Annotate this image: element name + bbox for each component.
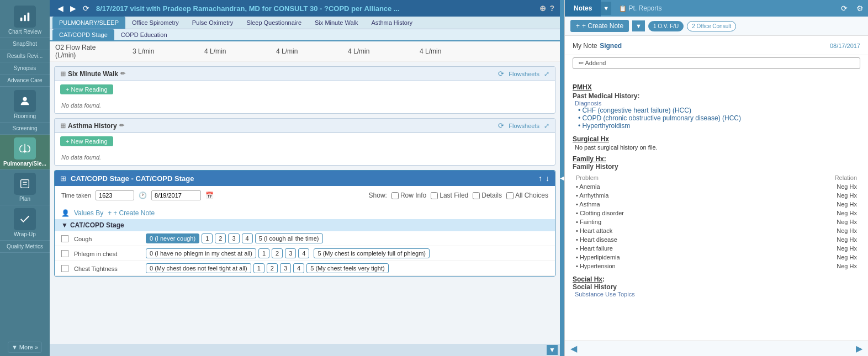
sidebar-icon-pulmonary[interactable] xyxy=(14,137,36,160)
tab-asthma-history[interactable]: Asthma History xyxy=(365,17,420,29)
nav-back-button[interactable]: ◀ xyxy=(55,3,66,14)
sidebar-icon-rooming[interactable] xyxy=(14,90,36,112)
refresh-six-minute-walk-icon[interactable]: ⟳ xyxy=(498,70,504,78)
svg-rect-4 xyxy=(21,180,29,188)
cough-val-2[interactable]: 2 xyxy=(215,233,226,243)
cough-val-4[interactable]: 4 xyxy=(242,233,253,243)
tab-pulse-oximetry[interactable]: Pulse Oximetry xyxy=(186,17,240,29)
expand-six-minute-walk-icon[interactable]: ⤢ xyxy=(544,70,549,78)
tab-pulmonary-sleep[interactable]: PULMONARY/SLEEP xyxy=(52,17,125,29)
subtab-copd-education[interactable]: COPD Education xyxy=(114,29,174,40)
flowsheets-six-minute-walk-link[interactable]: Flowsheets xyxy=(509,71,539,77)
last-filed-checkbox-label[interactable]: Last Filed xyxy=(431,192,468,199)
panel-toggle[interactable]: ◀ xyxy=(560,0,564,356)
note-pill-office-consult[interactable]: 2 Office Consult xyxy=(687,21,736,31)
create-note-link[interactable]: + + Create Note xyxy=(108,209,155,217)
phlegm-val-4[interactable]: 4 xyxy=(298,248,309,258)
flowsheets-asthma-history-link[interactable]: Flowsheets xyxy=(509,123,539,129)
sidebar-label-results[interactable]: Results Revi... xyxy=(7,53,43,59)
chevron-down-icon[interactable]: ▼ xyxy=(61,221,68,229)
scroll-down-button[interactable]: ▼ xyxy=(547,345,558,355)
phlegm-val-5[interactable]: 5 (My chest is completely full of phlegm… xyxy=(314,248,430,258)
cough-val-1[interactable]: 1 xyxy=(202,233,213,243)
edit-six-minute-walk-icon[interactable]: ✏ xyxy=(120,70,125,77)
phlegm-label: Phlegm in chest xyxy=(74,248,140,257)
sidebar-label-advance[interactable]: Advance Care xyxy=(7,77,42,83)
create-note-button[interactable]: + + Create Note xyxy=(570,20,629,32)
asthma-history-new-reading-button[interactable]: + New Reading xyxy=(60,136,113,146)
cat-copd-up-button[interactable]: ↑ xyxy=(538,174,542,183)
all-choices-checkbox-label[interactable]: All Choices xyxy=(506,192,548,199)
rp-scroll-left-button[interactable]: ◀ xyxy=(570,343,577,354)
rp-tab-reports[interactable]: 📋 Pt. Reports xyxy=(611,0,669,17)
sidebar-label-rooming[interactable]: Rooming xyxy=(14,113,36,119)
chest-tightness-val-5[interactable]: 5 (My chest feels very tight) xyxy=(306,263,389,273)
sidebar-label-chart[interactable]: Chart Review xyxy=(8,29,41,35)
sidebar-label-quality[interactable]: Quality Metrics xyxy=(7,243,43,249)
rp-dropdown-button[interactable]: ▼ xyxy=(601,2,611,15)
rp-settings-button[interactable]: ⚙ xyxy=(852,2,868,15)
help-icon[interactable]: ? xyxy=(549,4,554,13)
row-info-checkbox-label[interactable]: Row Info xyxy=(391,192,426,199)
phlegm-val-3[interactable]: 3 xyxy=(285,248,296,258)
sidebar-label-wrapup[interactable]: Wrap-Up xyxy=(14,231,36,237)
sidebar-icon-chart[interactable] xyxy=(14,6,36,28)
note-pill-ov-fu[interactable]: 1 O.V. F/U xyxy=(648,21,684,31)
tab-office-spirometry[interactable]: Office Spirometry xyxy=(125,17,186,29)
phlegm-checkbox[interactable] xyxy=(61,250,68,257)
phlegm-val-1[interactable]: 1 xyxy=(258,248,269,258)
asthma-history-header: ⊞ Asthma History ✏ ⟳ Flowsheets ⤢ xyxy=(55,119,555,133)
sidebar-label-pulmonary[interactable]: Pulmonary/Sle... xyxy=(3,161,46,167)
refresh-asthma-history-icon[interactable]: ⟳ xyxy=(498,121,504,130)
cough-val-3[interactable]: 3 xyxy=(228,233,239,243)
tab-sleep-questionnaire[interactable]: Sleep Questionnaire xyxy=(240,17,308,29)
sidebar-icon-wrapup[interactable] xyxy=(14,208,36,230)
chest-tightness-val-1[interactable]: 1 xyxy=(253,263,264,273)
note-type-dropdown-button[interactable]: ▼ xyxy=(632,20,645,31)
nav-forward-button[interactable]: ▶ xyxy=(68,3,78,14)
values-row: 👤 Values By + + Create Note xyxy=(55,207,555,219)
rp-scroll-right-button[interactable]: ▶ xyxy=(856,343,862,354)
more-button[interactable]: ▼ More » xyxy=(8,342,42,353)
surgical-hx-text: No past surgical history on file. xyxy=(575,144,860,151)
nav-refresh-button[interactable]: ⟳ xyxy=(81,3,92,14)
chest-tightness-val-4[interactable]: 4 xyxy=(293,263,304,273)
cat-copd-down-button[interactable]: ↓ xyxy=(546,174,549,183)
row-info-checkbox[interactable] xyxy=(391,192,399,199)
main-area: ◀ ▶ ⟳ 8/17/2017 visit with Pradeep Ramac… xyxy=(50,0,560,356)
rp-tab-notes[interactable]: Notes xyxy=(565,0,601,17)
expand-asthma-history-icon[interactable]: ⤢ xyxy=(544,122,549,130)
sidebar-label-snapshot[interactable]: SnapShot xyxy=(13,41,37,47)
details-checkbox-label[interactable]: Details xyxy=(473,192,502,199)
fh-header-row: Problem Relation xyxy=(574,174,859,182)
details-checkbox[interactable] xyxy=(473,192,480,199)
phlegm-val-2[interactable]: 2 xyxy=(272,248,283,258)
chest-tightness-val-2[interactable]: 2 xyxy=(267,263,278,273)
six-minute-walk-new-reading-button[interactable]: + New Reading xyxy=(60,84,113,94)
sidebar-section-snapshot: SnapShot xyxy=(0,38,50,50)
phlegm-val-0[interactable]: 0 (I have no phlegm in my chest at all) xyxy=(146,248,256,258)
sidebar-label-synopsis[interactable]: Synopsis xyxy=(14,65,36,71)
time-taken-input[interactable] xyxy=(96,190,134,200)
edit-asthma-history-icon[interactable]: ✏ xyxy=(119,122,124,129)
globe-icon[interactable]: ⊕ xyxy=(539,4,546,13)
rp-refresh-button[interactable]: ⟳ xyxy=(837,2,852,15)
cough-val-0[interactable]: 0 (I never cough) xyxy=(146,233,199,243)
cough-val-5[interactable]: 5 (I cough all the time) xyxy=(255,233,323,243)
chest-tightness-checkbox[interactable] xyxy=(61,265,68,272)
chest-tightness-val-3[interactable]: 3 xyxy=(280,263,291,273)
last-filed-checkbox[interactable] xyxy=(431,192,438,199)
sidebar-label-plan[interactable]: Plan xyxy=(19,196,30,202)
chest-tightness-val-0[interactable]: 0 (My chest does not feel tight at all) xyxy=(146,263,251,273)
date-input[interactable] xyxy=(151,190,201,200)
sidebar-icon-plan[interactable] xyxy=(14,173,36,195)
addend-button[interactable]: ✏ Addend xyxy=(573,57,860,69)
my-note-prefix: My Note xyxy=(573,42,597,50)
sidebar-section-results: Results Revi... xyxy=(0,50,50,62)
all-choices-checkbox[interactable] xyxy=(506,192,514,199)
sidebar-label-screening[interactable]: Screening xyxy=(12,125,37,131)
tab-six-minute-walk[interactable]: Six Minute Walk xyxy=(308,17,364,29)
subtab-cat-copd-stage[interactable]: CAT/COPD Stage xyxy=(52,29,114,40)
cough-checkbox[interactable] xyxy=(61,235,68,242)
values-by-link[interactable]: Values By xyxy=(74,209,103,217)
